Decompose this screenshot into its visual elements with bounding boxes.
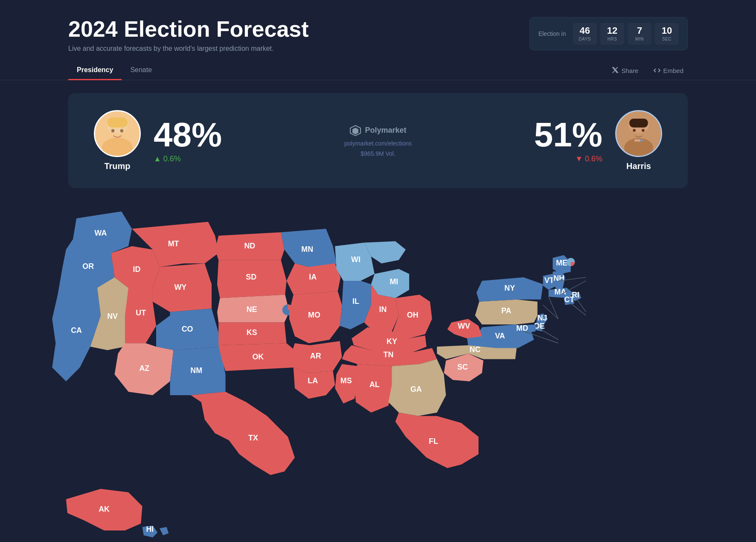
svg-text:ND: ND <box>244 242 255 250</box>
svg-point-14 <box>633 129 636 132</box>
polymarket-volume: $965.9M Vol. <box>361 150 395 157</box>
svg-line-72 <box>549 297 558 319</box>
svg-text:KY: KY <box>387 337 397 346</box>
polymarket-logo: Polymarket <box>349 125 406 137</box>
sec-unit: SEC <box>662 37 672 41</box>
svg-text:MO: MO <box>308 311 320 319</box>
map-section: .red { fill: #e05c5c; } .light-red { fil… <box>0 201 756 542</box>
tab-presidency[interactable]: Presidency <box>68 61 122 80</box>
embed-icon <box>654 67 660 74</box>
svg-text:VA: VA <box>495 332 505 340</box>
page-header: 2024 Election Forecast Live and accurate… <box>0 0 756 61</box>
hrs-unit: HRS <box>608 37 617 41</box>
svg-text:NV: NV <box>107 312 118 321</box>
trump-section: Trump 48% ▲ 0.6% <box>94 110 222 171</box>
svg-text:LA: LA <box>308 377 318 385</box>
svg-text:WI: WI <box>351 255 361 264</box>
trump-avatar <box>94 110 141 157</box>
polymarket-icon <box>349 125 361 137</box>
svg-text:SD: SD <box>246 273 256 281</box>
harris-stats: 51% ▼ 0.6% <box>534 118 602 163</box>
svg-text:AK: AK <box>99 505 110 513</box>
harris-avatar <box>615 110 662 157</box>
svg-text:MN: MN <box>301 245 313 254</box>
svg-point-15 <box>642 129 645 132</box>
svg-text:AZ: AZ <box>139 364 149 373</box>
polymarket-url: polymarket.com/elections <box>344 140 412 147</box>
svg-text:NC: NC <box>470 345 481 354</box>
svg-text:WV: WV <box>458 322 470 330</box>
svg-text:OK: OK <box>252 353 264 361</box>
trump-percentage: 48% <box>154 118 222 152</box>
x-icon <box>612 67 619 74</box>
center-info: Polymarket polymarket.com/elections $965… <box>344 125 412 157</box>
trump-change: ▲ 0.6% <box>154 154 181 163</box>
svg-text:TX: TX <box>248 434 258 442</box>
title-section: 2024 Election Forecast Live and accurate… <box>68 17 309 52</box>
svg-text:WA: WA <box>95 229 107 237</box>
svg-text:MD: MD <box>516 324 528 332</box>
svg-text:HI: HI <box>146 525 154 533</box>
svg-point-2 <box>102 138 133 157</box>
svg-text:PA: PA <box>501 306 512 315</box>
svg-text:UT: UT <box>136 309 146 317</box>
harris-percentage: 51% <box>534 118 602 152</box>
svg-text:FL: FL <box>429 437 438 446</box>
forecast-card: Trump 48% ▲ 0.6% Polymarket polymarket.c… <box>68 93 688 188</box>
usa-electoral-map: .red { fill: #e05c5c; } .light-red { fil… <box>45 201 711 542</box>
days-value: 46 <box>580 26 590 35</box>
svg-text:AR: AR <box>310 352 321 360</box>
svg-line-75 <box>540 329 558 340</box>
svg-text:NJ: NJ <box>538 314 547 322</box>
svg-text:ME: ME <box>556 259 567 267</box>
svg-text:IL: IL <box>352 297 359 306</box>
page-title: 2024 Election Forecast <box>68 17 309 41</box>
svg-point-17 <box>635 139 637 142</box>
svg-text:NH: NH <box>553 274 564 283</box>
countdown-hrs: 12 HRS <box>600 23 624 45</box>
svg-text:CA: CA <box>71 326 82 335</box>
svg-text:NY: NY <box>504 284 515 292</box>
svg-text:TN: TN <box>383 350 393 359</box>
share-button[interactable]: Share <box>608 64 643 77</box>
sec-value: 10 <box>662 26 672 35</box>
countdown-days: 46 DAYS <box>573 23 597 45</box>
svg-text:AL: AL <box>369 380 380 389</box>
svg-point-18 <box>640 139 643 142</box>
svg-rect-13 <box>629 119 648 128</box>
svg-text:WY: WY <box>174 283 186 291</box>
svg-text:MI: MI <box>390 277 398 286</box>
svg-line-73 <box>576 297 586 312</box>
trump-stats: 48% ▲ 0.6% <box>154 118 222 163</box>
tabs-right: Share Embed <box>608 64 688 77</box>
svg-text:IN: IN <box>379 305 387 314</box>
svg-text:SC: SC <box>457 363 468 371</box>
svg-text:VT: VT <box>544 276 554 285</box>
embed-label: Embed <box>663 67 683 74</box>
embed-button[interactable]: Embed <box>649 64 688 77</box>
harris-name: Harris <box>626 161 651 171</box>
countdown-min: 7 MIN <box>628 23 651 45</box>
svg-text:CO: CO <box>182 325 193 333</box>
tab-senate[interactable]: Senate <box>122 61 160 80</box>
svg-text:NM: NM <box>190 366 202 375</box>
tabs-navigation: Presidency Senate Share Embed <box>0 61 756 80</box>
tabs-left: Presidency Senate <box>68 61 160 80</box>
harris-section: Harris 51% ▼ 0.6% <box>534 110 662 171</box>
svg-text:MS: MS <box>340 377 352 385</box>
countdown-sec: 10 SEC <box>655 23 679 45</box>
svg-text:NE: NE <box>247 305 257 314</box>
min-value: 7 <box>637 26 642 35</box>
svg-text:IA: IA <box>309 273 317 281</box>
days-unit: DAYS <box>579 37 591 41</box>
harris-portrait <box>616 110 661 157</box>
svg-text:MT: MT <box>168 239 179 248</box>
countdown-label: Election in <box>538 30 566 37</box>
trump-avatar-wrapper: Trump <box>94 110 141 171</box>
svg-text:OH: OH <box>407 311 419 319</box>
svg-text:ID: ID <box>133 265 141 274</box>
svg-marker-8 <box>352 128 358 134</box>
svg-text:KS: KS <box>247 328 257 337</box>
trump-name: Trump <box>104 161 130 171</box>
svg-point-5 <box>111 129 115 133</box>
